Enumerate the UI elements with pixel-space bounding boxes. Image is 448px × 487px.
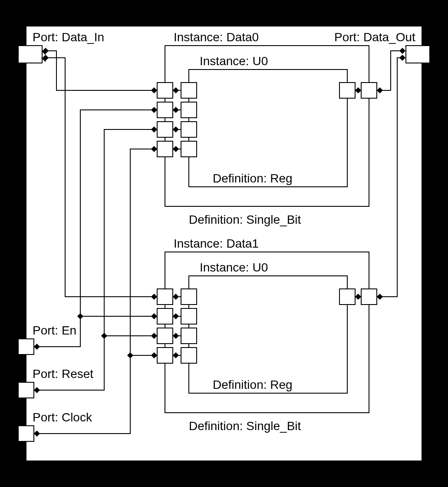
reg0-in-port-0 — [181, 83, 197, 98]
instance-data0-label: Instance: Data0 — [174, 30, 259, 44]
sb0-in-port-2 — [157, 122, 173, 137]
sb1-in-port-2 — [157, 328, 173, 344]
sb1-in-port-3 — [157, 348, 173, 363]
port-data-out — [406, 46, 430, 63]
sb0-in-port-3 — [157, 141, 173, 157]
sb1-out-port — [361, 289, 377, 305]
instance-u0-1-label: Instance: U0 — [200, 261, 268, 274]
sb1-in-port-1 — [157, 308, 173, 324]
port-data-in — [18, 46, 42, 63]
port-data-in-label: Port: Data_In — [33, 30, 104, 44]
reg-box-1 — [189, 276, 347, 393]
port-clock-label: Port: Clock — [33, 411, 92, 424]
sb0-in-port-0 — [157, 83, 173, 98]
def-single-bit-1-label: Definition: Single_Bit — [189, 419, 301, 433]
reg1-in-port-0 — [181, 289, 197, 305]
def-reg-0-label: Definition: Reg — [213, 172, 293, 185]
reg0-in-port-3 — [181, 141, 197, 157]
reg0-out-port — [339, 83, 355, 98]
reg-box-0 — [189, 70, 347, 187]
reg1-in-port-3 — [181, 348, 197, 363]
port-reset — [18, 382, 34, 398]
port-data-out-label: Port: Data_Out — [334, 30, 415, 44]
reg0-in-port-2 — [181, 122, 197, 137]
sb0-in-port-1 — [157, 102, 173, 118]
port-en-label: Port: En — [33, 324, 76, 337]
sb1-in-port-0 — [157, 289, 173, 305]
instance-data1-label: Instance: Data1 — [174, 237, 259, 250]
port-clock — [18, 426, 34, 441]
port-reset-label: Port: Reset — [33, 367, 93, 381]
port-en — [18, 339, 34, 354]
reg1-in-port-2 — [181, 328, 197, 344]
reg1-out-port — [339, 289, 355, 305]
instance-u0-0-label: Instance: U0 — [200, 54, 268, 68]
reg0-in-port-1 — [181, 102, 197, 118]
sb0-out-port — [361, 83, 377, 98]
reg1-in-port-1 — [181, 308, 197, 324]
def-single-bit-0-label: Definition: Single_Bit — [189, 213, 301, 226]
def-reg-1-label: Definition: Reg — [213, 378, 293, 391]
